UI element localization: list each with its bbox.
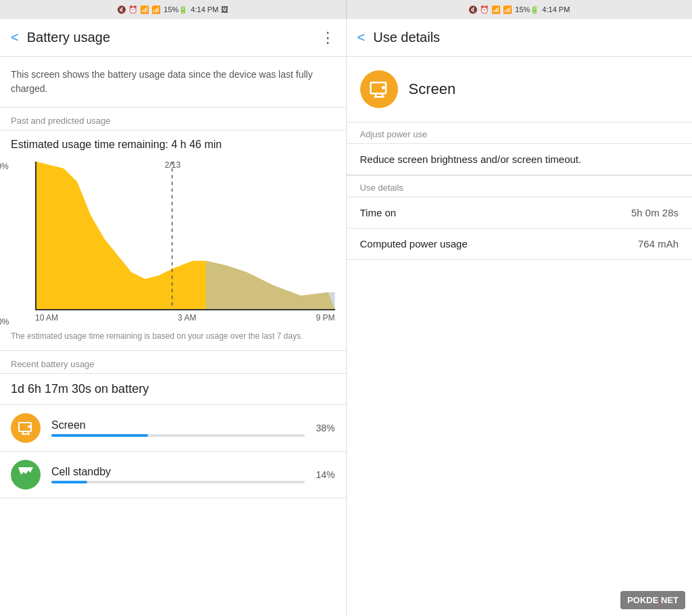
time-right: 4:14 PM: [542, 5, 570, 14]
estimated-time-label: Estimated usage time remaining: 4 h 46 m…: [0, 131, 346, 156]
chart-time-labels: 10 AM 3 AM 9 PM: [35, 310, 335, 325]
right-panel: < Use details Screen Adjust power use Re…: [347, 19, 693, 616]
status-bar-left: 🔇 ⏰ 📶 📶 15%🔋 4:14 PM 🖼: [0, 0, 347, 19]
usage-item-screen[interactable]: Screen 38%: [0, 405, 346, 452]
left-panel-title: Battery usage: [27, 30, 320, 45]
computed-power-label: Computed power usage: [360, 238, 468, 250]
main-content: < Battery usage ⋮ This screen shows the …: [0, 19, 692, 616]
app-screen-svg-icon: [369, 79, 389, 99]
back-button-left[interactable]: <: [11, 30, 19, 45]
chart-date-label: 2/13: [165, 160, 180, 170]
on-battery-text: 1d 6h 17m 30s on battery: [0, 374, 346, 405]
cell-standby-bar-fill: [51, 481, 87, 483]
cell-standby-name: Cell standby: [51, 466, 305, 478]
watermark: POKDE.NET: [620, 591, 685, 609]
chart-time-end: 9 PM: [316, 313, 335, 323]
cell-standby-percentage: 14%: [316, 469, 335, 480]
chart-svg: [36, 162, 335, 309]
svg-point-4: [28, 425, 30, 428]
app-icon-large: [360, 70, 398, 108]
chart-0-label: 0%: [0, 317, 9, 327]
left-panel: < Battery usage ⋮ This screen shows the …: [0, 19, 347, 616]
past-predicted-label: Past and predicted usage: [0, 108, 346, 131]
time-on-label: Time on: [360, 207, 397, 218]
cell-standby-icon: [11, 460, 41, 490]
watermark-text: POKDE.NET: [627, 595, 678, 605]
chart-time-mid: 3 AM: [178, 313, 196, 323]
description-text: This screen shows the battery usage data…: [0, 57, 346, 108]
chart-time-start: 10 AM: [35, 313, 58, 323]
usage-item-cell-standby[interactable]: Cell standby 14%: [0, 452, 346, 498]
screen-bar-bg: [51, 434, 305, 437]
cell-standby-usage-info: Cell standby: [51, 466, 305, 483]
battery-chart: 100% 0% 2/13 10 AM 3 AM: [0, 156, 346, 325]
right-panel-title: Use details: [373, 30, 681, 45]
battery-percent-right: 15%🔋: [515, 5, 539, 14]
adjust-power-text: Reduce screen brightness and/or screen t…: [347, 144, 693, 175]
screen-svg-icon: [18, 420, 34, 436]
status-icons-right: 🔇 ⏰ 📶 📶: [468, 5, 512, 14]
back-button-right[interactable]: <: [357, 30, 366, 45]
cell-standby-svg-icon: [18, 467, 34, 483]
status-bar-right: 🔇 ⏰ 📶 📶 15%🔋 4:14 PM: [347, 0, 693, 19]
chart-wrapper: 2/13: [35, 162, 335, 310]
status-bar: 🔇 ⏰ 📶 📶 15%🔋 4:14 PM 🖼 🔇 ⏰ 📶 📶 15%🔋 4:14…: [0, 0, 692, 19]
time-left: 4:14 PM: [191, 5, 218, 14]
recent-battery-label: Recent battery usage: [0, 351, 346, 374]
screen-usage-info: Screen: [51, 419, 305, 437]
left-panel-header: < Battery usage ⋮: [0, 19, 346, 57]
use-details-label: Use details: [347, 175, 693, 197]
chart-footnote: The estimated usage time remaining is ba…: [0, 325, 346, 351]
chart-100-label: 100%: [0, 162, 9, 171]
screen-bar-fill: [51, 434, 148, 437]
svg-point-6: [381, 86, 385, 89]
computed-power-value: 764 mAh: [638, 238, 678, 250]
adjust-power-label: Adjust power use: [347, 122, 693, 144]
svg-marker-1: [206, 261, 335, 309]
time-on-value: 5h 0m 28s: [631, 207, 678, 218]
cell-standby-bar-bg: [51, 481, 305, 483]
screen-name: Screen: [51, 419, 305, 431]
time-on-row: Time on 5h 0m 28s: [347, 197, 693, 229]
status-icons-left: 🔇 ⏰ 📶 📶: [117, 5, 161, 14]
screen-percentage: 38%: [316, 423, 335, 433]
right-panel-header: < Use details: [347, 19, 693, 57]
screen-icon: [11, 413, 41, 443]
battery-percent-left: 15%🔋: [164, 5, 188, 14]
computed-power-row: Computed power usage 764 mAh: [347, 229, 693, 260]
right-app-header: Screen: [347, 57, 693, 122]
notification-icon: 🖼: [221, 5, 228, 14]
svg-marker-0: [36, 162, 335, 309]
app-name-large: Screen: [409, 80, 456, 98]
more-options-button[interactable]: ⋮: [320, 29, 335, 47]
